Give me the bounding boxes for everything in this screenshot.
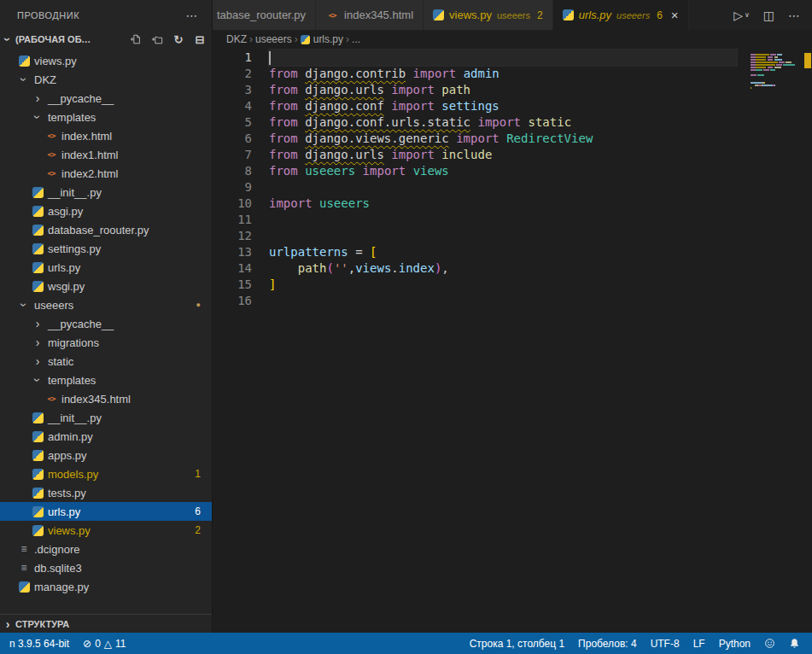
python-icon [32, 431, 44, 442]
indentation-indicator[interactable]: Пробелов: 4 [571, 633, 644, 654]
file-icon: ≡ [17, 561, 31, 575]
tree-item-templates[interactable]: ›templates [0, 108, 212, 126]
tree-item-label: static [48, 355, 73, 368]
chevron-down-icon: › [15, 299, 32, 311]
tree-item-__init__.py[interactable]: __init__.py [0, 183, 212, 201]
tree-item-settings.py[interactable]: settings.py [0, 239, 212, 258]
tab-views.py[interactable]: views.pyuseeers2 [424, 0, 553, 30]
line-number: 1 [213, 50, 252, 66]
collapse-all-button[interactable]: ⊟ [193, 32, 207, 46]
code-line-content[interactable]: import useeers [269, 196, 737, 212]
breadcrumb-item-urls.py[interactable]: urls.py [301, 33, 343, 45]
tree-item-label: views.py [34, 55, 77, 67]
problems-badge: 2 [195, 524, 201, 536]
tree-item-index345.html[interactable]: <>index345.html [0, 389, 212, 408]
breadcrumb-item-useeers[interactable]: useeers [255, 33, 292, 45]
tree-item-.dcignore[interactable]: ≡.dcignore [0, 540, 212, 558]
tree-item-db.sqlite3[interactable]: ≡db.sqlite3 [0, 558, 212, 577]
minimap-line [751, 51, 802, 53]
tree-item-index2.html[interactable]: <>index2.html [0, 164, 212, 183]
code-line-content[interactable]: from django.urls import include [269, 147, 737, 163]
tab-urls.py[interactable]: urls.pyuseeers6× [553, 0, 689, 30]
tree-item-urls.py[interactable]: urls.py [0, 258, 212, 277]
python-icon [301, 35, 310, 44]
tree-item-views.py[interactable]: views.py [0, 51, 212, 70]
tree-item-wsgi.py[interactable]: wsgi.py [0, 277, 212, 295]
tree-item-static[interactable]: ›static [0, 352, 212, 371]
tree-item-label: index2.html [61, 167, 118, 180]
line-number: 14 [213, 260, 252, 277]
new-folder-button[interactable] [150, 32, 164, 46]
code-line-content[interactable]: path('',views.index), [269, 260, 737, 277]
tree-item-templates[interactable]: ›templates [0, 371, 212, 389]
python-version-indicator[interactable]: n 3.9.5 64-bit [3, 633, 76, 654]
notifications-button[interactable] [782, 633, 807, 654]
code-line-content[interactable]: from django.contrib import admin [269, 66, 737, 82]
tree-item-database_roouter.py[interactable]: database_roouter.py [0, 220, 212, 239]
tree-item-__pycache__[interactable]: ›__pycache__ [0, 314, 212, 333]
tab-tabase_roouter.py[interactable]: tabase_roouter.py [213, 0, 316, 30]
code-line-content[interactable]: from django.conf import settings [269, 98, 737, 114]
encoding-indicator[interactable]: UTF-8 [644, 633, 686, 654]
close-icon[interactable]: × [671, 9, 679, 21]
code-line-content[interactable] [269, 293, 737, 309]
feedback-button[interactable] [757, 633, 782, 654]
tree-item-__init__.py[interactable]: __init__.py [0, 408, 212, 427]
code-line-content[interactable] [269, 212, 737, 228]
status-left: n 3.9.5 64-bit⊘0△11 [0, 633, 133, 654]
minimap-line [751, 82, 802, 84]
code-line-content[interactable]: from useeers import views [269, 163, 737, 179]
python-icon [32, 412, 44, 423]
tree-item-index1.html[interactable]: <>index1.html [0, 145, 212, 164]
code-line-content[interactable]: urlpatterns = [ [269, 244, 737, 260]
breadcrumb-item-...[interactable]: ... [352, 33, 360, 45]
breadcrumb-item-DKZ[interactable]: DKZ [226, 33, 247, 45]
code-line-content[interactable]: from django.views.generic import Redirec… [269, 131, 737, 147]
tree-item-useeers[interactable]: ›useeers● [0, 295, 212, 314]
tree-item-models.py[interactable]: models.py1 [0, 464, 212, 483]
tree-item-apps.py[interactable]: apps.py [0, 446, 212, 464]
code-line-content[interactable]: from django.conf.urls.static import stat… [269, 114, 737, 131]
refresh-button[interactable]: ↻ [172, 32, 185, 46]
eol-indicator[interactable]: LF [686, 633, 712, 654]
code-line-content[interactable] [269, 179, 737, 196]
tree-item-__pycache__[interactable]: ›__pycache__ [0, 89, 212, 108]
minimap-line [751, 74, 802, 76]
editor-group: tabase_roouter.py<>index345.htmlviews.py… [213, 0, 812, 633]
tree-item-label: DKZ [34, 73, 56, 86]
tree-item-tests.py[interactable]: tests.py [0, 483, 212, 502]
workspace-section-header[interactable]: › (РАБОЧАЯ ОБЛАСТЬ) ... ↻ ⊟ [0, 30, 212, 49]
outline-section-header[interactable]: › СТРУКТУРА [0, 614, 212, 633]
cursor-position-indicator[interactable]: Строка 1, столбец 1 [463, 633, 571, 654]
code-line-content[interactable] [269, 50, 737, 66]
code-line: 4from django.conf import settings [213, 98, 812, 114]
workspace-label: (РАБОЧАЯ ОБЛАСТЬ) ... [15, 34, 96, 44]
tree-item-label: templates [48, 374, 96, 387]
warning-triangle-icon: △ [104, 638, 112, 650]
views-and-more-actions-button[interactable]: ⋯ [181, 9, 204, 22]
more-editor-actions-button[interactable]: ⋯ [788, 9, 800, 22]
tree-item-admin.py[interactable]: admin.py [0, 427, 212, 446]
run-python-file-button[interactable]: ▷ ∨ [733, 9, 750, 22]
minimap[interactable] [751, 51, 802, 92]
minimap-line [751, 56, 802, 58]
editor[interactable]: 12from django.contrib import admin3from … [213, 49, 812, 633]
tree-item-index.html[interactable]: <>index.html [0, 126, 212, 145]
code-line-content[interactable]: ] [269, 277, 737, 293]
chevron-right-icon: › [0, 618, 15, 630]
tree-item-urls.py[interactable]: urls.py6 [0, 502, 212, 521]
tree-item-DKZ[interactable]: ›DKZ [0, 70, 212, 89]
problems-indicator[interactable]: ⊘0△11 [76, 633, 132, 654]
split-editor-button[interactable]: ◫ [763, 9, 774, 22]
code-line-content[interactable]: from django.urls import path [269, 82, 737, 98]
tree-item-asgi.py[interactable]: asgi.py [0, 201, 212, 220]
run-dropdown-chevron-icon[interactable]: ∨ [745, 11, 750, 19]
tree-item-manage.py[interactable]: manage.py [0, 577, 212, 596]
feedback-icon [764, 638, 775, 649]
new-file-button[interactable] [129, 32, 143, 46]
tree-item-migrations[interactable]: ›migrations [0, 333, 212, 352]
tab-index345.html[interactable]: <>index345.html [316, 0, 424, 30]
language-mode-indicator[interactable]: Python [712, 633, 757, 654]
code-line-content[interactable] [269, 228, 737, 244]
tree-item-views.py[interactable]: views.py2 [0, 521, 212, 540]
